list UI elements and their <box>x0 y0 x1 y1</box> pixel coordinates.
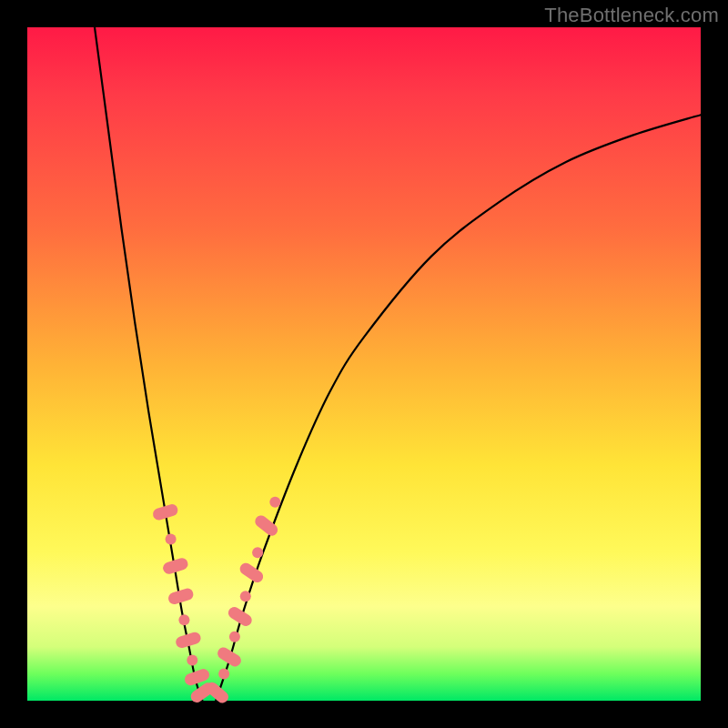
bead-dot <box>269 497 280 508</box>
bead-dot <box>187 655 197 666</box>
chart-stage: TheBottleneck.com <box>0 0 728 728</box>
bead-dot <box>166 533 177 544</box>
bead-pill <box>238 561 265 584</box>
curves-layer <box>27 27 701 701</box>
bead-dot <box>229 632 240 642</box>
bead-pill <box>216 645 244 669</box>
bead-dot <box>218 668 229 679</box>
plot-area <box>27 27 701 701</box>
bead-markers <box>151 497 280 705</box>
bead-pill <box>151 502 179 521</box>
bead-dot <box>240 591 251 602</box>
right-curve <box>216 115 701 701</box>
watermark-text: TheBottleneck.com <box>544 4 719 27</box>
bead-dot <box>178 614 189 625</box>
bead-dot <box>252 547 263 558</box>
